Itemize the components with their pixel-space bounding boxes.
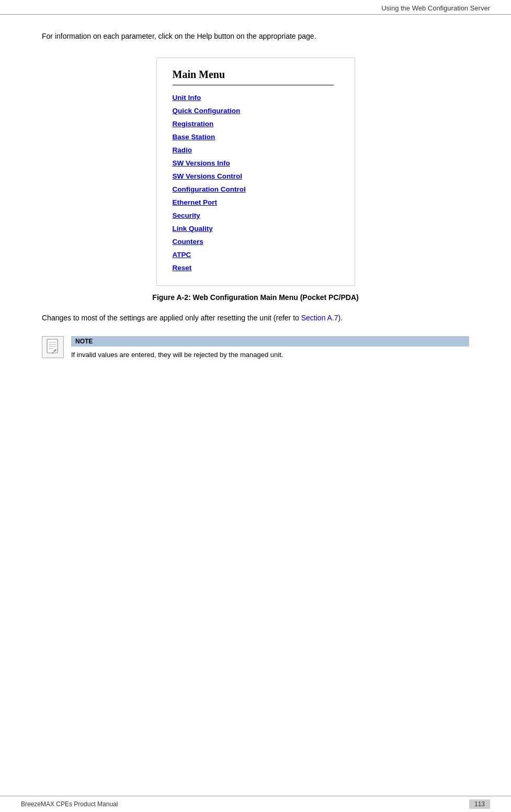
figure-caption: Figure A-2: Web Configuration Main Menu …: [152, 293, 358, 302]
menu-item[interactable]: Registration: [173, 118, 334, 131]
note-text: If invalid values are entered, they will…: [71, 350, 469, 360]
menu-item[interactable]: SW Versions Control: [173, 170, 334, 183]
menu-item[interactable]: Radio: [173, 144, 334, 157]
body-text-after: ).: [338, 314, 343, 322]
menu-item[interactable]: ATPC: [173, 249, 334, 262]
menu-divider: [173, 85, 334, 85]
menu-title: Main Menu: [173, 69, 334, 81]
figure-container: Main Menu Unit InfoQuick ConfigurationRe…: [42, 58, 469, 302]
menu-item[interactable]: Base Station: [173, 131, 334, 144]
note-section: NOTE If invalid values are entered, they…: [42, 336, 469, 360]
note-icon: [42, 336, 64, 358]
menu-item[interactable]: SW Versions Info: [173, 157, 334, 170]
menu-item[interactable]: Counters: [173, 236, 334, 249]
page-footer: BreezeMAX CPEs Product Manual 113: [0, 796, 511, 812]
menu-item[interactable]: Ethernet Port: [173, 196, 334, 209]
note-label: NOTE: [71, 336, 469, 347]
menu-item[interactable]: Security: [173, 209, 334, 223]
body-text-before: Changes to most of the settings are appl…: [42, 314, 299, 322]
menu-box: Main Menu Unit InfoQuick ConfigurationRe…: [156, 58, 355, 286]
header-title: Using the Web Configuration Server: [381, 4, 490, 12]
body-paragraph: Changes to most of the settings are appl…: [42, 312, 469, 324]
footer-left: BreezeMAX CPEs Product Manual: [21, 800, 118, 808]
menu-item[interactable]: Configuration Control: [173, 183, 334, 196]
menu-item[interactable]: Quick Configuration: [173, 105, 334, 118]
section-link[interactable]: Section A.7: [301, 314, 338, 322]
svg-rect-0: [47, 339, 58, 353]
menu-item[interactable]: Link Quality: [173, 223, 334, 236]
note-content: NOTE If invalid values are entered, they…: [71, 336, 469, 360]
intro-paragraph: For information on each parameter, click…: [42, 30, 469, 42]
footer-page-number: 113: [469, 799, 490, 809]
menu-item[interactable]: Reset: [173, 262, 334, 275]
menu-item[interactable]: Unit Info: [173, 92, 334, 105]
menu-list: Unit InfoQuick ConfigurationRegistration…: [173, 92, 334, 275]
page-header: Using the Web Configuration Server: [0, 0, 511, 15]
page-content: For information on each parameter, click…: [0, 15, 511, 415]
